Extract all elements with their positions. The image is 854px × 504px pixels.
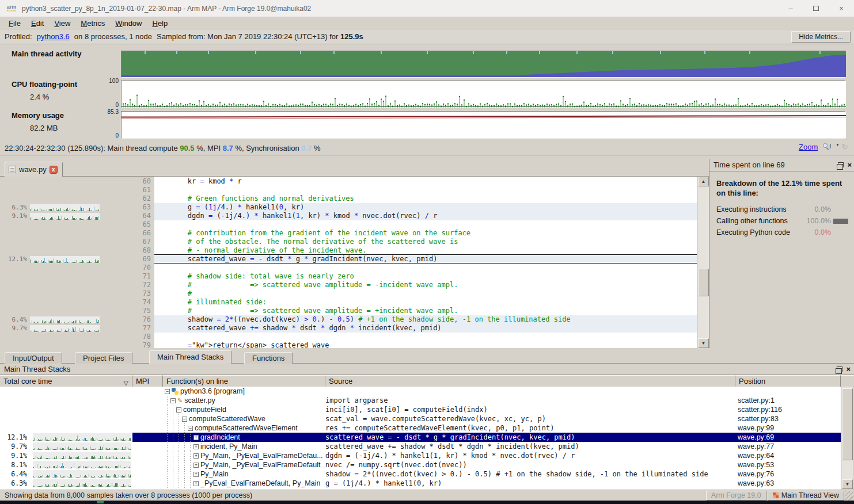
code-line-64[interactable]: dgdn = (-1j/4.) * hankel1(1, kr) * kmod …: [154, 212, 697, 220]
tab-functions[interactable]: Functions: [244, 352, 293, 364]
code-line-79[interactable]: ="kw">return</span> scattered_wave: [154, 341, 697, 348]
editor-scroll-thumb[interactable]: [698, 269, 709, 296]
resize-grip[interactable]: [845, 491, 853, 501]
stack-row-computescatteredwave[interactable]: −computeScatteredWavescat_val = wave.com…: [0, 414, 841, 423]
close-panel-icon[interactable]: ×: [847, 162, 852, 168]
stack-row-scatter-py[interactable]: −✎scatter.pyimport argparsescatter.py:1: [0, 396, 841, 405]
undock-stacks-icon[interactable]: [837, 366, 842, 372]
cpu-floating-point-chart[interactable]: [121, 81, 845, 108]
expand-icon[interactable]: +: [193, 481, 199, 486]
code-line-65[interactable]: [154, 220, 697, 229]
breakdown-label: Calling other functions: [716, 217, 788, 225]
code-line-61[interactable]: [154, 186, 697, 194]
main-thread-activity-chart[interactable]: [121, 51, 845, 78]
time-spent-panel-title: Time spent on line 69: [713, 161, 785, 169]
expand-icon[interactable]: +: [193, 463, 199, 468]
stacks-vertical-scrollbar[interactable]: ▼: [841, 387, 853, 490]
code-line-76[interactable]: shadow = 2*((nvec.dot(kvec) > 0.) - 0.5)…: [154, 315, 697, 324]
tab-wave-py[interactable]: wave.py x: [5, 162, 63, 177]
column-position[interactable]: Position: [735, 375, 841, 387]
close-button[interactable]: ×: [829, 0, 854, 17]
column-total-core-time[interactable]: Total core time▽: [0, 375, 132, 387]
tab-main-thread-stacks[interactable]: Main Thread Stacks: [149, 350, 231, 364]
collapse-icon[interactable]: −: [188, 426, 193, 431]
zoom-select-icon[interactable]: I: [823, 142, 831, 151]
collapse-icon[interactable]: −: [176, 407, 181, 413]
stack-row-computescatteredwaveelement[interactable]: −computeScatteredWaveElementres += compu…: [0, 423, 841, 433]
line-number: 71: [131, 272, 151, 281]
code-line-68[interactable]: # - normal derivative of the incident wa…: [154, 246, 697, 255]
collapse-icon[interactable]: −: [170, 398, 176, 403]
menu-help[interactable]: Help: [147, 18, 173, 29]
column-source[interactable]: Source: [325, 375, 735, 387]
cell-total-core-time: 9.1%: [0, 451, 132, 460]
undock-panel-icon[interactable]: [838, 162, 844, 167]
code-line-73[interactable]: #: [154, 289, 697, 298]
row-percent: 8.1%: [0, 460, 30, 469]
function-label: gradIncident: [200, 433, 240, 442]
column-functions-on-line[interactable]: Function(s) on line: [163, 375, 325, 387]
profiled-target-link[interactable]: python3.6: [37, 32, 70, 41]
code-line-74[interactable]: # illuminated side:: [154, 298, 697, 307]
line-number: 69: [131, 255, 151, 264]
stack-row-gradincident[interactable]: 12.1%+gradIncidentscattered_wave = - dsd…: [0, 433, 841, 442]
code-line-69[interactable]: scattered_wave = - dsdt * g * gradIncide…: [154, 254, 697, 264]
code-line-78[interactable]: [154, 333, 697, 341]
stack-row-py-main-pyeval-evalframedefau-[interactable]: 9.1%+Py_Main, _PyEval_EvalFrameDefau...d…: [0, 451, 841, 460]
code-line-66[interactable]: # contribution from the gradient of the …: [154, 229, 697, 238]
tab-project-files[interactable]: Project Files: [75, 352, 132, 364]
stack-row--pyeval-evalframedefault-py-main[interactable]: 6.3%+_PyEval_EvalFrameDefault, Py_Maing …: [0, 479, 841, 488]
stack-row-py-main[interactable]: 6.4%+Py_Mainshadow = 2*((nvec.dot(kvec) …: [0, 469, 841, 479]
close-stacks-icon[interactable]: ×: [846, 366, 851, 372]
expand-icon[interactable]: +: [193, 444, 199, 449]
breakdown-bar: [833, 207, 848, 212]
line-time-77: 9.7%: [0, 324, 100, 332]
menu-view[interactable]: View: [49, 18, 75, 29]
code-line-67[interactable]: # of the obstacle. The normal derivative…: [154, 238, 697, 246]
expand-icon[interactable]: +: [193, 453, 199, 459]
code-line-75[interactable]: # => scattered wave amplitude = +inciden…: [154, 307, 697, 315]
compute-percent: 90.5: [180, 144, 194, 152]
code-line-70[interactable]: [154, 264, 697, 272]
minimize-button[interactable]: –: [778, 0, 803, 17]
collapse-icon[interactable]: −: [165, 389, 170, 394]
stacks-scroll-thumb[interactable]: [842, 388, 853, 460]
code-line-60[interactable]: kr = kmod * r: [154, 177, 697, 186]
stack-row-computefield[interactable]: −computeFieldinci[i0], scat[i0] = comput…: [0, 405, 841, 414]
script-icon: ✎: [177, 396, 183, 405]
expand-icon[interactable]: +: [193, 472, 199, 477]
reset-zoom-icon[interactable]: ↻: [841, 142, 848, 151]
stack-row-py-main-pyeval-evalframedefault[interactable]: 8.1%+Py_Main, _PyEval_EvalFrameDefaultnv…: [0, 460, 841, 469]
tab-input-output[interactable]: Input/Output: [5, 352, 62, 364]
code-line-72[interactable]: # => scattered wave amplitude = -inciden…: [154, 281, 697, 289]
menu-edit[interactable]: Edit: [26, 18, 49, 29]
collapse-icon[interactable]: −: [182, 417, 187, 422]
code-line-71[interactable]: # shadow side: total wave is nearly zero: [154, 272, 697, 281]
memory-usage-chart[interactable]: [121, 111, 845, 139]
column-mpi[interactable]: MPI: [132, 375, 163, 387]
arm-forge-logo-icon: arm FORGE: [6, 4, 17, 13]
code-area[interactable]: kr = kmod * r # Green functions and norm…: [154, 177, 697, 348]
code-line-77[interactable]: scattered_wave += shadow * dsdt * dgdn *…: [154, 324, 697, 333]
tab-close-icon[interactable]: x: [50, 166, 58, 174]
stacks-scroll-down-icon[interactable]: ▼: [842, 479, 853, 489]
stack-row-python3-6-program-[interactable]: −python3.6 [program]: [0, 387, 841, 396]
menu-metrics[interactable]: Metrics: [75, 18, 110, 29]
line-number: 62: [131, 194, 151, 203]
menu-file[interactable]: File: [3, 18, 26, 29]
code-line-63[interactable]: g = (1j/4.) * hankel1(0, kr): [154, 203, 697, 212]
code-line-62[interactable]: # Green functions and normal derivatives: [154, 194, 697, 203]
expand-icon[interactable]: +: [193, 435, 199, 440]
scroll-up-icon[interactable]: ▲: [698, 177, 709, 186]
cell-source: res += computeScatteredWaveElement(kvec,…: [325, 423, 735, 433]
editor-vertical-scrollbar[interactable]: ▲ ▼: [697, 177, 709, 348]
view-selector-button[interactable]: Main Thread View: [768, 491, 844, 501]
maximize-button[interactable]: [803, 0, 829, 17]
hide-metrics-button[interactable]: Hide Metrics...: [791, 31, 851, 43]
forge-pinwheel-icon: [773, 492, 779, 498]
source-file-icon: [9, 166, 16, 173]
stack-row-incident-py-main[interactable]: 9.7%+incident, Py_Mainscattered_wave += …: [0, 442, 841, 451]
zoom-link[interactable]: Zoom: [799, 143, 818, 151]
scroll-down-icon[interactable]: ▼: [698, 338, 709, 348]
menu-window[interactable]: Window: [110, 18, 147, 29]
